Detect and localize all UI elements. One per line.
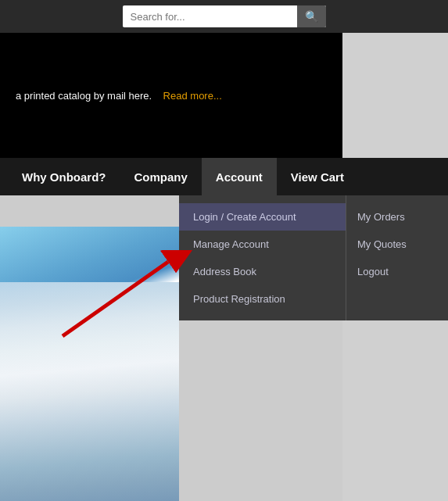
catalog-text: a printed catalog by mail here. (8, 90, 159, 102)
mountain-image (0, 227, 179, 501)
address-book-item[interactable]: Address Book (179, 258, 346, 285)
logout-item[interactable]: Logout (346, 258, 448, 285)
navbar: Why Onboard? Company Account View Cart (0, 158, 448, 195)
my-quotes-item[interactable]: My Quotes (346, 231, 448, 258)
nav-item-account[interactable]: Account (202, 158, 277, 195)
product-registration-item[interactable]: Product Registration (179, 285, 346, 313)
search-bar: 🔍 (0, 0, 448, 33)
nav-item-why-onboard[interactable]: Why Onboard? (8, 158, 120, 195)
read-more-link[interactable]: Read more... (163, 90, 222, 102)
dropdown-right-column: My Orders My Quotes Logout (346, 195, 448, 320)
search-button[interactable]: 🔍 (297, 5, 326, 27)
my-orders-item[interactable]: My Orders (346, 203, 448, 231)
search-input[interactable] (123, 7, 297, 27)
login-create-account-item[interactable]: Login / Create Account (179, 203, 346, 231)
search-wrapper: 🔍 (123, 5, 326, 27)
account-dropdown: Login / Create Account Manage Account Ad… (179, 195, 448, 320)
nav-item-view-cart[interactable]: View Cart (277, 158, 358, 195)
manage-account-item[interactable]: Manage Account (179, 231, 346, 258)
nav-item-company[interactable]: Company (120, 158, 202, 195)
dropdown-left-column: Login / Create Account Manage Account Ad… (179, 195, 346, 320)
